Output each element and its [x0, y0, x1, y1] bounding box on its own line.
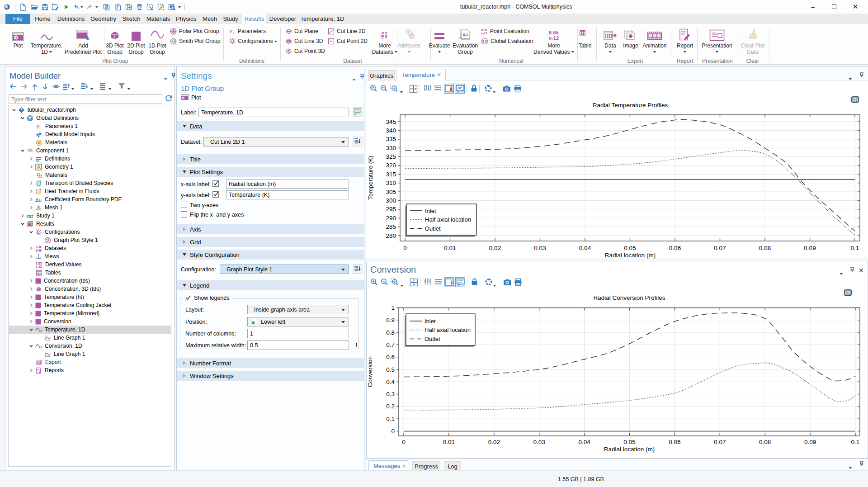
- svg-text:0.7: 0.7: [386, 341, 395, 348]
- svg-text:325: 325: [386, 153, 396, 160]
- svg-text:Conversion: Conversion: [367, 356, 373, 387]
- svg-text:Radial Conversion Profiles: Radial Conversion Profiles: [593, 294, 665, 301]
- svg-text:0.9: 0.9: [386, 317, 395, 323]
- svg-text:8.85: 8.85: [549, 30, 558, 35]
- svg-text:0.01: 0.01: [443, 439, 455, 445]
- svg-text:295: 295: [386, 206, 396, 213]
- svg-text:320: 320: [386, 162, 396, 169]
- svg-text:8.5: 8.5: [482, 40, 487, 43]
- svg-text:0.6: 0.6: [386, 354, 395, 360]
- svg-text:Temperature (K): Temperature (K): [367, 156, 374, 200]
- svg-text:0: 0: [402, 439, 406, 445]
- svg-text:8.1: 8.1: [463, 33, 468, 37]
- svg-text:0.3: 0.3: [386, 391, 395, 397]
- svg-text:Outlet: Outlet: [425, 225, 441, 232]
- svg-text:0.06: 0.06: [669, 245, 681, 251]
- svg-text:0.07: 0.07: [714, 245, 726, 251]
- svg-text:0.05: 0.05: [624, 245, 636, 251]
- svg-text:285: 285: [386, 223, 396, 230]
- svg-text:Inlet: Inlet: [425, 318, 436, 325]
- svg-text:0.03: 0.03: [534, 245, 546, 251]
- svg-text:0.08: 0.08: [759, 245, 771, 251]
- svg-text:0.03: 0.03: [533, 439, 545, 445]
- svg-text:290: 290: [386, 215, 396, 222]
- svg-text:0.1: 0.1: [851, 245, 859, 251]
- svg-text:8.85: 8.85: [481, 28, 487, 32]
- svg-text:280: 280: [386, 232, 396, 239]
- svg-text:0.5: 0.5: [386, 366, 395, 373]
- svg-text:0.07: 0.07: [714, 439, 726, 445]
- svg-text:330: 330: [386, 145, 396, 151]
- svg-text:0.06: 0.06: [669, 439, 680, 445]
- svg-text:Half axial location: Half axial location: [425, 326, 471, 333]
- svg-text:0.08: 0.08: [759, 439, 771, 445]
- svg-text:0.04: 0.04: [578, 439, 590, 445]
- svg-text:0.09: 0.09: [804, 245, 816, 251]
- svg-text:0.05: 0.05: [623, 439, 635, 445]
- svg-text:i: i: [233, 31, 234, 34]
- svg-text:Inlet: Inlet: [425, 208, 436, 214]
- svg-text:315: 315: [386, 171, 396, 178]
- svg-text:0: 0: [403, 245, 407, 251]
- svg-text:Δu: Δu: [35, 197, 42, 203]
- svg-text:0: 0: [391, 428, 395, 435]
- svg-text:305: 305: [386, 189, 396, 195]
- svg-text:Radial Temperature Profiles: Radial Temperature Profiles: [593, 102, 668, 109]
- svg-text:0.02: 0.02: [489, 245, 501, 251]
- svg-text:335: 335: [386, 136, 396, 142]
- svg-text:Radial location (m): Radial location (m): [605, 252, 656, 259]
- svg-text:0.02: 0.02: [488, 439, 500, 445]
- svg-text:0.01: 0.01: [444, 245, 456, 251]
- svg-text:345: 345: [386, 118, 396, 125]
- svg-text:Half axial location: Half axial location: [425, 216, 471, 223]
- svg-text:0.8: 0.8: [386, 329, 395, 336]
- svg-text:0.2: 0.2: [386, 403, 395, 410]
- svg-text:0.1: 0.1: [386, 416, 395, 422]
- svg-text:0.09: 0.09: [804, 439, 816, 445]
- svg-text:Pi: Pi: [36, 123, 41, 130]
- svg-text:340: 340: [386, 127, 396, 134]
- svg-text:0.1: 0.1: [851, 439, 860, 445]
- svg-text:300: 300: [386, 197, 396, 204]
- svg-text:e-12: e-12: [549, 35, 559, 41]
- svg-text:Outlet: Outlet: [425, 336, 440, 342]
- svg-text:Radial location (m): Radial location (m): [604, 446, 655, 453]
- svg-text:0.4: 0.4: [386, 378, 395, 385]
- svg-text:8.85: 8.85: [36, 262, 42, 265]
- svg-text:310: 310: [386, 180, 396, 186]
- svg-text:P: P: [230, 28, 232, 34]
- svg-text:0.04: 0.04: [579, 245, 591, 251]
- svg-text:e-12: e-12: [481, 32, 487, 35]
- svg-text:1: 1: [391, 304, 395, 311]
- svg-text:e-12: e-12: [36, 265, 42, 268]
